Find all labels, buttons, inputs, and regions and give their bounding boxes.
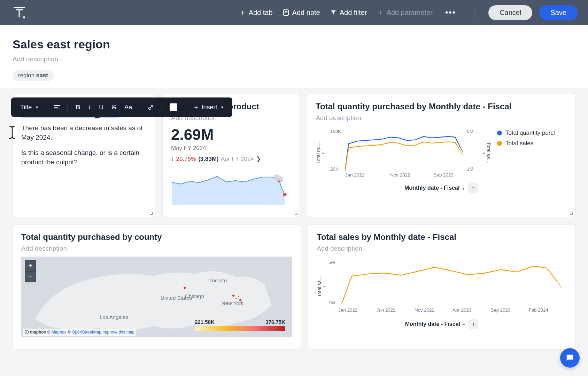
y-tick: 1M [328,300,335,305]
zoom-in-button[interactable]: + [25,260,36,271]
separator [185,102,185,112]
tag-value: east [36,72,48,79]
legend-dot-icon [497,131,502,135]
y-axis-right-label: Total sa… [486,142,492,164]
legend-item-qty[interactable]: Total quantity purcl [497,130,567,136]
page-title[interactable]: Sales east region [13,38,575,51]
improve-map-link[interactable]: Improve this map [102,330,134,335]
zoom-controls: + − [25,260,36,282]
text-cursor-icon [8,125,17,142]
filter-tag[interactable]: region east [13,70,54,81]
dual-description-placeholder[interactable]: Add description [316,114,567,122]
map-legend-max: 376.75K [265,319,285,325]
mapbox-link[interactable]: Mapbox [52,330,67,335]
chevron-right-icon[interactable]: ❯ [256,155,261,163]
chevron-down-icon: ▾ [221,105,223,110]
dual-axis-card[interactable]: Total quantity purchased by Monthly date… [307,94,575,217]
resize-handle[interactable] [293,211,298,216]
app-logo[interactable] [10,4,28,21]
x-tick: Nov 2022 [390,172,410,178]
style-dropdown[interactable]: Title ▾ [17,102,41,113]
page-description-placeholder[interactable]: Add description [13,55,575,63]
axis-expand-left-icon[interactable]: ▸ [323,151,325,155]
add-tab-button[interactable]: ＋ Add tab [238,6,274,19]
axis-expand-right-icon[interactable]: ◂ [482,151,485,155]
axis-expand-icon[interactable]: ▸ [324,284,326,289]
y-axis-label: Total sa… [317,275,322,297]
bold-button[interactable]: B [72,102,84,113]
kpi-change-pct: 29.75% [176,156,196,163]
chat-fab[interactable] [560,348,580,368]
line2-description-placeholder[interactable]: Add description [317,245,567,252]
more-menu-button[interactable]: ••• [441,8,460,17]
kpi-prev-label: Apr FY 2024 [221,156,254,163]
insert-dropdown[interactable]: ＋ Insert ▾ [189,101,227,113]
line-chart: 5M 1M Jan 2022 Jun 2022 Nov 2022 Apr 202… [328,257,567,316]
osm-link[interactable]: OpenStreetMap [72,330,101,335]
chevron-down-icon: ▾ [463,186,465,190]
dual-title: Total quantity purchased by Monthly date… [316,102,567,111]
save-button[interactable]: Save [539,5,578,20]
plus-icon: ＋ [377,9,384,16]
chevron-down-icon: ▾ [36,105,38,110]
line2-title: Total sales by Monthly date - Fiscal [317,232,567,242]
sales-line-card[interactable]: Total sales by Monthly date - Fiscal Add… [308,224,575,350]
kpi-value: 2.69M [171,126,291,143]
filter-icon [330,9,337,16]
svg-point-11 [283,193,287,196]
x-axis-dropdown[interactable]: Monthly date - Fiscal ▾ [404,185,465,191]
dashboard-grid: ⋮⋮⋮⋮ ••• Sales east region There has bee… [0,88,588,363]
resize-handle[interactable] [569,211,574,216]
x-tick: Feb 2024 [529,307,548,313]
map-card[interactable]: Total quantity purchased by county Add d… [13,224,301,350]
x-tick: Nov 2022 [415,307,434,313]
y1-tick: 100K [330,129,341,134]
map-legend: 221.58K 376.75K [195,319,285,331]
add-filter-button[interactable]: Add filter [328,6,369,19]
color-swatch [170,103,177,111]
style-dropdown-label: Title [20,104,32,111]
separator [162,102,162,112]
note-body-2[interactable]: Is this a seasonal change, or is a certa… [21,148,147,167]
add-note-label: Add note [292,9,320,17]
resize-handle[interactable] [149,211,154,216]
kpi-change-row: ↓ 29.75% (3.83M) Apr FY 2024 ❯ [171,155,291,163]
cancel-button[interactable]: Cancel [488,5,532,20]
x-tick: Apr 2023 [452,307,471,313]
sparkline-chart [171,167,291,205]
add-filter-label: Add filter [340,9,367,17]
insert-label: Insert [201,104,217,111]
underline-button[interactable]: U [95,102,107,113]
text-case-button[interactable]: Aa [121,102,136,113]
color-picker-button[interactable] [166,101,181,113]
map-canvas[interactable]: + − Toronto Chicago New York United Stat… [21,257,292,337]
map-label-la: Los Angeles [100,314,128,320]
sort-asc-button[interactable]: ↑ [469,319,478,329]
align-button[interactable] [50,103,63,112]
add-tab-label: Add tab [249,9,273,17]
add-note-button[interactable]: Add note [281,6,322,19]
chat-icon [565,353,575,363]
svg-point-15 [238,296,239,297]
svg-point-14 [235,298,237,299]
strikethrough-button[interactable]: S [108,102,119,113]
note-body-1[interactable]: There has been a decrease in sales as of… [21,124,147,142]
chart-legend: Total quantity purcl Total sales [497,126,567,180]
legend-qty-label: Total quantity purcl [505,130,555,136]
link-button[interactable] [144,102,157,112]
legend-item-sales[interactable]: Total sales [497,140,567,147]
map-description-placeholder[interactable]: Add description [21,245,292,252]
y-tick: 5M [328,260,335,265]
zoom-out-button[interactable]: − [25,271,36,282]
map-label-toronto: Toronto [209,277,227,283]
italic-button[interactable]: I [85,102,94,113]
sort-asc-button[interactable]: ↑ [468,183,478,193]
plus-icon: ＋ [193,103,199,111]
x-axis-dropdown[interactable]: Monthly date - Fiscal ▾ [405,321,465,327]
svg-point-13 [232,295,234,297]
kpi-period: May FY 2024 [171,145,291,152]
map-legend-gradient [195,326,285,331]
separator [46,102,46,112]
map-attribution: ⓘ mapbox © Mapbox © OpenStreetMap Improv… [23,329,136,336]
separator [140,102,140,112]
